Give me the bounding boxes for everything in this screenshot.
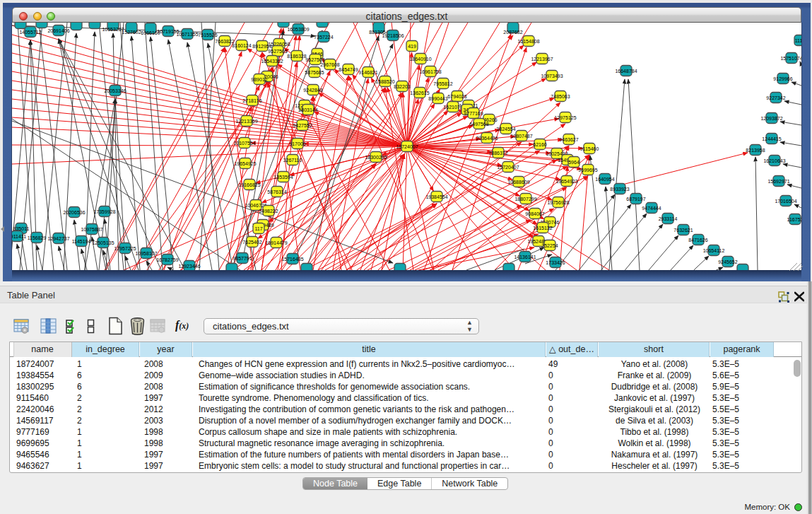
svg-text:19166825: 19166825 <box>238 182 260 187</box>
svg-text:8471626: 8471626 <box>688 238 707 243</box>
svg-text:12975125: 12975125 <box>554 115 576 120</box>
svg-text:7485063: 7485063 <box>551 94 570 99</box>
svg-text:9474444: 9474444 <box>642 206 661 211</box>
svg-text:16961758: 16961758 <box>419 69 441 74</box>
svg-text:20206536: 20206536 <box>63 210 85 215</box>
svg-text:3911411: 3911411 <box>12 234 26 239</box>
svg-text:10975887: 10975887 <box>81 227 102 232</box>
svg-text:17016504: 17016504 <box>775 199 796 204</box>
svg-text:20691406: 20691406 <box>47 28 69 33</box>
svg-text:7632621: 7632621 <box>673 228 693 233</box>
svg-text:19384554: 19384554 <box>425 194 447 199</box>
svg-text:832203: 832203 <box>394 84 410 89</box>
svg-text:3498222: 3498222 <box>259 209 278 214</box>
svg-text:1640954: 1640954 <box>595 177 614 182</box>
svg-text:12942737: 12942737 <box>47 236 69 241</box>
svg-text:10654112: 10654112 <box>703 248 725 253</box>
svg-text:9084067: 9084067 <box>525 211 544 216</box>
svg-text:3824554: 3824554 <box>496 127 515 132</box>
svg-text:10653267: 10653267 <box>102 27 124 32</box>
svg-text:9857791: 9857791 <box>233 256 252 261</box>
svg-text:835011: 835011 <box>13 226 30 231</box>
svg-text:6497568: 6497568 <box>469 122 488 127</box>
svg-text:9699695: 9699695 <box>578 168 597 173</box>
svg-text:15716485: 15716485 <box>281 257 303 262</box>
svg-text:16782759: 16782759 <box>156 257 178 262</box>
svg-text:12093872: 12093872 <box>760 116 782 121</box>
svg-text:10973493: 10973493 <box>541 74 563 78</box>
svg-text:1733426: 1733426 <box>546 260 565 265</box>
svg-text:2967608: 2967608 <box>320 62 339 67</box>
svg-text:17359928: 17359928 <box>93 209 115 214</box>
svg-text:5875685: 5875685 <box>305 70 324 75</box>
svg-text:9227342: 9227342 <box>766 95 785 100</box>
svg-text:1353594: 1353594 <box>273 175 293 180</box>
svg-text:1527602: 1527602 <box>122 30 141 35</box>
svg-text:10671355: 10671355 <box>176 32 198 37</box>
svg-text:1145194: 1145194 <box>72 239 91 244</box>
svg-text:62160: 62160 <box>533 142 547 147</box>
svg-text:9129966: 9129966 <box>773 76 792 81</box>
svg-text:2933114: 2933114 <box>659 216 678 221</box>
svg-text:8160124: 8160124 <box>232 43 251 48</box>
svg-text:917006: 917006 <box>289 141 305 146</box>
svg-text:19218506: 19218506 <box>382 33 404 38</box>
svg-text:6794028: 6794028 <box>447 94 466 99</box>
svg-text:8933923: 8933923 <box>610 187 629 192</box>
svg-text:7625402: 7625402 <box>242 240 261 245</box>
svg-text:2718176: 2718176 <box>242 98 261 103</box>
svg-text:14055712: 14055712 <box>19 30 41 35</box>
svg-text:10958107: 10958107 <box>135 251 157 256</box>
svg-text:989012: 989012 <box>251 77 267 82</box>
svg-text:9427552: 9427552 <box>293 123 312 128</box>
svg-text:419: 419 <box>408 44 416 49</box>
svg-text:10107554: 10107554 <box>233 141 255 146</box>
svg-text:9115460: 9115460 <box>580 146 599 151</box>
svg-text:10688609: 10688609 <box>507 180 529 185</box>
svg-text:15720407: 15720407 <box>497 165 519 170</box>
svg-text:6879197: 6879197 <box>626 197 645 201</box>
svg-text:2803144: 2803144 <box>298 107 317 112</box>
svg-text:1621072: 1621072 <box>443 105 462 110</box>
svg-text:7515526: 7515526 <box>198 33 217 37</box>
svg-text:8990443: 8990443 <box>428 96 447 101</box>
svg-text:252254: 252254 <box>541 243 558 248</box>
svg-text:12213369: 12213369 <box>235 119 257 124</box>
svg-text:14136141: 14136141 <box>514 255 536 259</box>
svg-text:9777169: 9777169 <box>464 111 483 116</box>
svg-text:1112: 1112 <box>795 38 801 43</box>
svg-text:16648784: 16648784 <box>615 69 637 74</box>
svg-text:9527505: 9527505 <box>268 49 287 54</box>
svg-text:116753: 116753 <box>787 217 801 222</box>
svg-text:8454749: 8454749 <box>339 67 358 72</box>
svg-text:18640910: 18640910 <box>409 57 431 62</box>
svg-text:5964: 5964 <box>568 160 579 165</box>
svg-text:5876314: 5876314 <box>267 189 286 194</box>
svg-text:3267110: 3267110 <box>283 158 302 163</box>
svg-text:1588520: 1588520 <box>375 79 394 84</box>
svg-text:1362615: 1362615 <box>410 90 429 95</box>
svg-text:18724007: 18724007 <box>396 144 418 149</box>
svg-text:19756928: 19756928 <box>547 200 569 205</box>
svg-text:16210643: 16210643 <box>763 158 785 163</box>
svg-text:7886372: 7886372 <box>488 151 507 156</box>
svg-text:19654923: 19654923 <box>555 179 577 184</box>
svg-text:8186328: 8186328 <box>287 54 306 59</box>
svg-text:17957225: 17957225 <box>114 246 136 251</box>
svg-text:18300295: 18300295 <box>365 155 387 160</box>
svg-text:1615132: 1615132 <box>533 226 552 230</box>
svg-text:19654925: 19654925 <box>234 161 256 166</box>
svg-text:16154808: 16154808 <box>517 39 539 44</box>
svg-text:2087682: 2087682 <box>503 30 522 35</box>
svg-text:9146821: 9146821 <box>358 70 377 75</box>
svg-text:15692971: 15692971 <box>767 179 789 184</box>
svg-text:12923446: 12923446 <box>178 264 200 269</box>
svg-text:1156829: 1156829 <box>28 235 47 240</box>
svg-text:12213967: 12213967 <box>531 57 553 62</box>
svg-text:7955812: 7955812 <box>433 81 452 86</box>
svg-text:16914479: 16914479 <box>265 240 287 245</box>
svg-text:16053809: 16053809 <box>287 27 309 32</box>
svg-text:9242848: 9242848 <box>303 88 322 93</box>
svg-text:10807487: 10807487 <box>510 134 532 139</box>
svg-text:9527508: 9527508 <box>305 57 324 62</box>
